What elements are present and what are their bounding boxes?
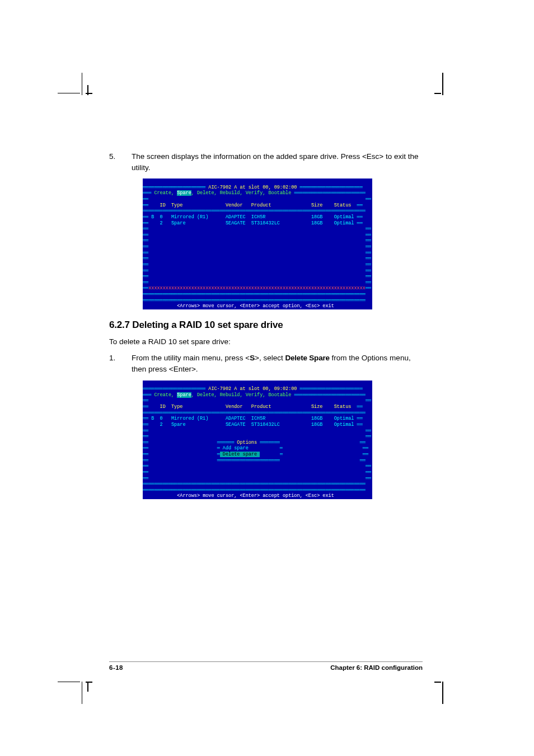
step-number: 1.	[109, 353, 132, 374]
bios1-title: AIC-7902 A at slot 00, 09:02:00	[205, 185, 299, 190]
step-5: 5. The screen displays the information o…	[109, 151, 423, 173]
bios2-help: <Arrows> move cursor, <Enter> accept opt…	[177, 493, 334, 499]
t1b: S	[250, 354, 255, 362]
crop-mark	[434, 93, 441, 94]
bios2-option-add: Add spare	[220, 445, 249, 451]
step-1: 1. From the utility main menu, press <S>…	[109, 353, 423, 374]
section-heading: 6.2.7 Deleting a RAID 10 set spare drive	[109, 320, 423, 331]
bios2-options-title: Options	[234, 440, 260, 445]
crop-mark	[82, 73, 82, 95]
crop-mark	[58, 682, 80, 682]
page-number: 6-18	[109, 664, 123, 671]
bios1-headers: ID Type Vendor Product Size Status	[148, 203, 351, 208]
bios2-menu-spare: Spare	[177, 392, 191, 398]
t1d: Delete Spare	[285, 354, 329, 362]
crop-mark	[87, 85, 88, 95]
bios-screenshot-1: ══════════════════════ AIC-7902 A at slo…	[143, 179, 372, 309]
bios1-menu-spare: Spare	[177, 190, 191, 196]
bios1-row1: B 0 Mirrored (R1) ADAPTEC ICH5R 18GB Opt…	[148, 214, 354, 220]
step-text: The screen displays the information on t…	[132, 151, 423, 173]
bios2-option-delete: Delete spare	[220, 452, 260, 457]
bios1-menu-pre: Create,	[151, 190, 177, 196]
crop-mark	[434, 682, 441, 683]
bios1-xline: xxxxxxxxxxxxxxxxxxxxxxxxxxxxxxxxxxxxxxxx…	[148, 285, 366, 291]
crop-mark	[58, 93, 80, 93]
crop-mark	[442, 682, 443, 704]
intro-text: To delete a RAID 10 set spare drive:	[109, 336, 423, 348]
step-text: From the utility main menu, press <S>, s…	[132, 353, 423, 374]
step-number: 5.	[109, 151, 132, 173]
bios2-menu-post: , Delete, Rebuild, Verify, Bootable	[191, 392, 294, 398]
crop-mark	[86, 682, 92, 683]
t1a: From the utility main menu, press <	[132, 354, 250, 362]
bios2-menu-pre: Create,	[151, 392, 177, 398]
bios1-help: <Arrows> move cursor, <Enter> accept opt…	[177, 303, 334, 309]
bios2-row1: B 0 Mirrored (R1) ADAPTEC ICH5R 18GB Opt…	[148, 416, 354, 421]
chapter-title: Chapter 6: RAID configuration	[330, 664, 423, 671]
crop-mark	[87, 682, 88, 692]
crop-mark	[442, 73, 443, 95]
bios2-title: AIC-7902 A at slot 00, 09:02:00	[205, 386, 299, 392]
bios1-row2: 2 Spare SEAGATE ST318432LC 18GB Optimal	[148, 220, 354, 226]
bios-screenshot-2: ══════════════════════ AIC-7902 A at slo…	[143, 381, 372, 500]
t1c: >, select	[255, 354, 285, 362]
crop-mark	[86, 93, 92, 94]
page-footer: 6-18 Chapter 6: RAID configuration	[109, 661, 423, 671]
bios2-row2: 2 Spare SEAGATE ST318432LC 18GB Optimal	[148, 422, 354, 428]
crop-mark	[82, 682, 82, 704]
page-content: 5. The screen displays the information o…	[109, 151, 423, 509]
bios2-headers: ID Type Vendor Product Size Status	[148, 404, 351, 410]
bios1-menu-post: , Delete, Rebuild, Verify, Bootable	[191, 190, 294, 196]
